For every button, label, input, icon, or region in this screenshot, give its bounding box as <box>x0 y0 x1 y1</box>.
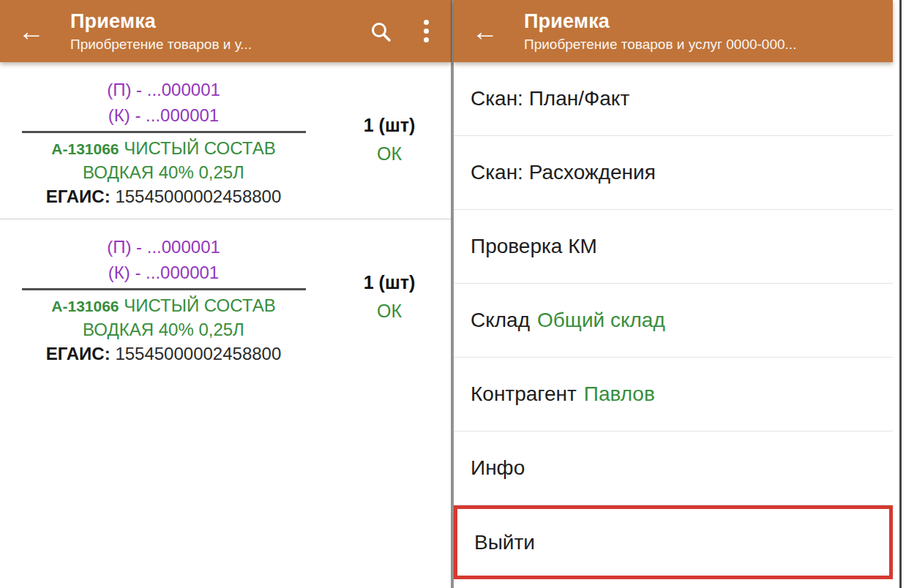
box-code: (К) - ...000001 <box>0 102 327 128</box>
menu-item-label: Выйти <box>474 531 535 554</box>
status-badge: ОК <box>327 143 452 165</box>
page-subtitle: Приобретение товаров и услуг 0000-000... <box>524 37 893 53</box>
menu-item-label: Контрагент <box>471 382 577 406</box>
search-icon[interactable] <box>370 20 392 42</box>
egais-label: ЕГАИС: <box>46 344 111 363</box>
menu-item-label: Склад <box>471 309 530 332</box>
menu-item-exit[interactable]: Выйти <box>457 509 889 576</box>
left-appbar-titles: Приемка Приобретение товаров и у... <box>70 10 370 53</box>
menu-item-label: Инфо <box>471 456 525 480</box>
pallet-code: (П) - ...000001 <box>0 77 327 102</box>
goods-qty-column: 1 (шт) ОК <box>327 234 452 364</box>
menu-item-label: Скан: План/Факт <box>471 87 629 110</box>
goods-article: А-131066 <box>51 298 119 314</box>
qty-value: 1 (шт) <box>327 272 452 293</box>
menu-item-check-km[interactable]: Проверка КМ <box>454 210 893 284</box>
right-screen: ← Приемка Приобретение товаров и услуг 0… <box>454 0 893 588</box>
menu-item-info[interactable]: Инфо <box>454 431 893 505</box>
menu-item-label: Скан: Расхождения <box>471 161 656 184</box>
goods-article: А-131066 <box>51 140 119 157</box>
menu-item-warehouse[interactable]: Склад Общий склад <box>454 284 893 358</box>
back-arrow-icon[interactable]: ← <box>15 18 48 45</box>
left-appbar: ← Приемка Приобретение товаров и у... <box>0 0 452 62</box>
menu-item-value: Общий склад <box>537 309 665 332</box>
menu-item-scan-plan-fact[interactable]: Скан: План/Факт <box>454 62 893 136</box>
qty-value: 1 (шт) <box>327 115 452 136</box>
operation-menu: Скан: План/Факт Скан: Расхождения Провер… <box>454 62 893 579</box>
egais-line: ЕГАИС: 15545000002458800 <box>0 186 327 207</box>
left-screen: ← Приемка Приобретение товаров и у... (П… <box>0 0 452 588</box>
page-title: Приемка <box>524 10 893 33</box>
egais-code: 15545000002458800 <box>115 186 281 206</box>
scanned-goods-list: (П) - ...000001 (К) - ...000001 А-131066… <box>0 62 452 376</box>
plan-fact-divider <box>22 131 306 133</box>
egais-label: ЕГАИС: <box>46 186 111 206</box>
goods-info: (П) - ...000001 (К) - ...000001 А-131066… <box>0 234 327 364</box>
goods-qty-column: 1 (шт) ОК <box>327 77 452 207</box>
window-edge <box>899 0 902 588</box>
box-code: (К) - ...000001 <box>0 260 327 285</box>
overflow-menu-icon[interactable] <box>422 20 430 42</box>
menu-item-value: Павлов <box>584 382 655 406</box>
menu-item-scan-discrepancies[interactable]: Скан: Расхождения <box>454 136 893 210</box>
back-arrow-icon[interactable]: ← <box>468 18 502 45</box>
status-badge: ОК <box>327 301 452 322</box>
plan-fact-divider <box>22 288 306 290</box>
goods-name: А-131066 ЧИСТЫЙ СОСТАВ ВОДКАЯ 40% 0,25Л <box>32 137 296 184</box>
screens-divider <box>451 0 454 588</box>
goods-list-item[interactable]: (П) - ...000001 (К) - ...000001 А-131066… <box>0 62 452 219</box>
goods-info: (П) - ...000001 (К) - ...000001 А-131066… <box>0 77 327 207</box>
goods-list-item[interactable]: (П) - ...000001 (К) - ...000001 А-131066… <box>0 219 452 376</box>
right-appbar: ← Приемка Приобретение товаров и услуг 0… <box>454 0 893 62</box>
page-subtitle: Приобретение товаров и у... <box>70 37 370 53</box>
egais-code: 15545000002458800 <box>115 344 281 363</box>
menu-item-counterparty[interactable]: Контрагент Павлов <box>454 358 893 431</box>
goods-name: А-131066 ЧИСТЫЙ СОСТАВ ВОДКАЯ 40% 0,25Л <box>32 294 296 342</box>
menu-item-label: Проверка КМ <box>471 235 597 258</box>
right-appbar-titles: Приемка Приобретение товаров и услуг 000… <box>524 10 893 53</box>
egais-line: ЕГАИС: 15545000002458800 <box>0 344 327 364</box>
pallet-code: (П) - ...000001 <box>0 234 327 260</box>
exit-highlight-box: Выйти <box>454 505 893 579</box>
page-title: Приемка <box>70 10 370 33</box>
